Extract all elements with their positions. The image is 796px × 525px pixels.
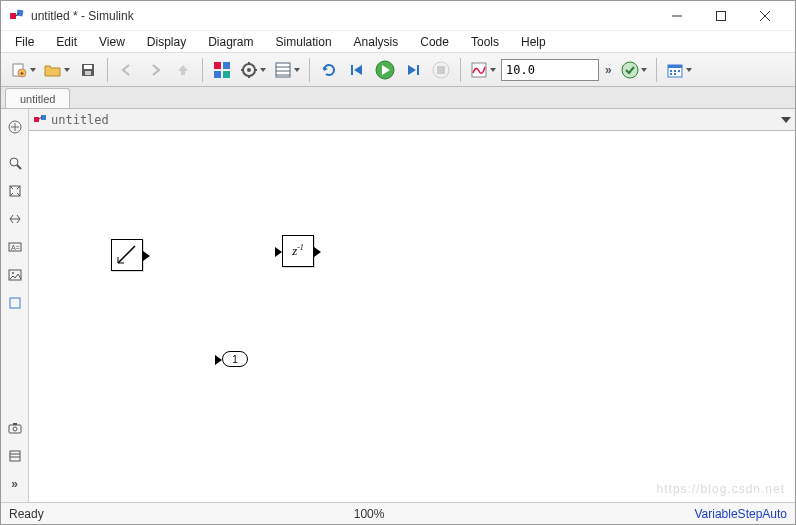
zoom-button[interactable] [4,152,26,174]
port-out[interactable] [314,247,321,257]
dropdown-arrow-icon [641,68,647,72]
screenshot-button[interactable] [4,417,26,439]
close-button[interactable] [743,2,787,30]
toolbar-overflow-button[interactable]: » [601,63,616,77]
open-button[interactable] [41,57,73,83]
window-title: untitled * - Simulink [31,9,655,23]
model-explorer-button[interactable] [271,57,303,83]
menu-tools[interactable]: Tools [461,33,509,51]
menu-edit[interactable]: Edit [46,33,87,51]
toolbar-separator [107,58,108,82]
port-out[interactable] [143,251,150,261]
step-back-button[interactable] [344,57,370,83]
svg-rect-51 [13,423,17,425]
menubar: File Edit View Display Diagram Simulatio… [1,31,795,53]
toolbar-separator [202,58,203,82]
canvas[interactable]: z-1 1 https://blog.csdn.net [29,131,795,502]
status-bar: Ready 100% VariableStepAuto [1,502,795,524]
svg-rect-15 [223,71,230,78]
annotation-button[interactable]: A= [4,236,26,258]
forward-button[interactable] [142,57,168,83]
breadcrumb-dropdown-icon[interactable] [781,117,791,123]
svg-text:A=: A= [11,244,20,251]
up-button[interactable] [170,57,196,83]
menu-display[interactable]: Display [137,33,196,51]
menu-help[interactable]: Help [511,33,556,51]
schedule-button[interactable] [663,57,695,83]
svg-rect-37 [678,70,680,72]
dropdown-arrow-icon [490,68,496,72]
tab-strip: untitled [1,87,795,109]
hide-browser-button[interactable] [4,116,26,138]
stop-time-input[interactable]: 10.0 [501,59,599,81]
block-outport[interactable]: 1 [222,351,248,367]
stop-button[interactable] [428,57,454,83]
svg-rect-1 [17,9,24,16]
svg-rect-12 [214,62,221,69]
tab-model[interactable]: untitled [5,88,70,108]
area-button[interactable] [4,292,26,314]
svg-rect-10 [84,65,92,69]
status-state: Ready [9,507,44,521]
update-diagram-button[interactable] [316,57,342,83]
stop-time-value: 10.0 [506,63,535,77]
menu-view[interactable]: View [89,33,135,51]
titlebar: untitled * - Simulink [1,1,795,31]
status-solver[interactable]: VariableStepAuto [694,507,787,521]
status-zoom[interactable]: 100% [354,507,385,521]
delay-exp: -1 [297,243,304,252]
outport-label: 1 [232,354,238,365]
svg-rect-34 [668,65,682,68]
palette-overflow-button[interactable]: » [4,473,26,495]
menu-file[interactable]: File [5,33,44,51]
menu-diagram[interactable]: Diagram [198,33,263,51]
svg-point-47 [12,272,14,274]
svg-rect-39 [674,73,676,75]
svg-rect-52 [10,451,20,461]
toolbar-separator [460,58,461,82]
watermark: https://blog.csdn.net [657,482,785,496]
toolbar-separator [656,58,657,82]
port-in[interactable] [215,355,222,365]
library-browser-button[interactable] [209,57,235,83]
toggle-perspective-button[interactable] [4,208,26,230]
toolbar-separator [309,58,310,82]
breadcrumb-model[interactable]: untitled [51,113,109,127]
svg-point-32 [622,62,638,78]
svg-line-59 [118,246,135,263]
simulink-logo-icon [9,8,25,24]
svg-point-17 [247,68,251,72]
build-button[interactable] [618,57,650,83]
new-model-button[interactable]: ✦ [7,57,39,83]
block-ramp[interactable] [111,239,143,271]
model-config-button[interactable] [237,57,269,83]
step-forward-button[interactable] [400,57,426,83]
svg-rect-11 [85,71,91,75]
model-icon [33,113,47,127]
breadcrumb-bar: untitled [29,109,795,131]
data-inspector-button[interactable] [467,57,499,83]
main-area: A= » untitled [1,109,795,502]
menu-simulation[interactable]: Simulation [266,33,342,51]
menu-analysis[interactable]: Analysis [344,33,409,51]
port-in[interactable] [275,247,282,257]
block-unit-delay[interactable]: z-1 [282,235,314,267]
svg-rect-55 [34,117,39,122]
svg-text:✦: ✦ [19,70,25,77]
svg-rect-26 [351,65,353,75]
image-button[interactable] [4,264,26,286]
svg-rect-0 [10,13,16,19]
fit-to-view-button[interactable] [4,180,26,202]
back-button[interactable] [114,57,140,83]
dropdown-arrow-icon [30,68,36,72]
run-button[interactable] [372,57,398,83]
save-button[interactable] [75,57,101,83]
maximize-button[interactable] [699,2,743,30]
menu-code[interactable]: Code [410,33,459,51]
model-properties-button[interactable] [4,445,26,467]
svg-rect-49 [9,425,21,433]
svg-rect-36 [674,70,676,72]
dropdown-arrow-icon [686,68,692,72]
minimize-button[interactable] [655,2,699,30]
svg-rect-38 [670,73,672,75]
